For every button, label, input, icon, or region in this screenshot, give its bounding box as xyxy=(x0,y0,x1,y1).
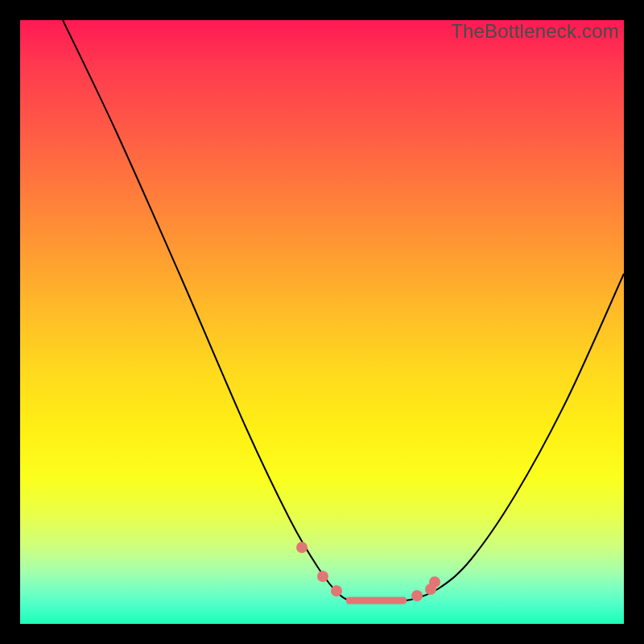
chart-frame: TheBottleneck.com xyxy=(0,0,644,644)
plot-area: TheBottleneck.com xyxy=(20,20,624,624)
trough-band xyxy=(346,597,407,605)
curve-path xyxy=(63,20,624,602)
marker-dot xyxy=(296,542,308,553)
watermark-text: TheBottleneck.com xyxy=(451,20,619,43)
marker-dot xyxy=(429,576,440,588)
marker-dot xyxy=(411,590,423,601)
chart-svg xyxy=(20,20,624,624)
marker-dot xyxy=(331,585,342,597)
marker-group xyxy=(296,542,440,601)
marker-dot xyxy=(317,571,328,582)
